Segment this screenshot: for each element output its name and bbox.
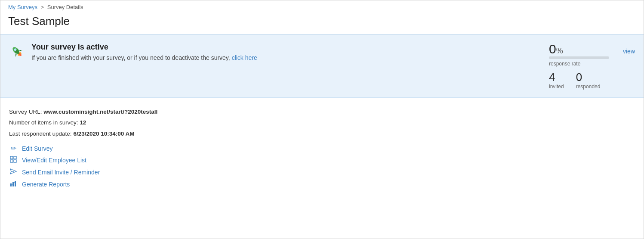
banner-deactivate-link[interactable]: click here xyxy=(232,54,257,61)
update-value: 6/23/2020 10:34:00 AM xyxy=(73,130,134,137)
update-line: Last respondent update: 6/23/2020 10:34:… xyxy=(9,129,635,139)
responded-count: 0 xyxy=(576,71,582,84)
breadcrumb-link-my-surveys[interactable]: My Surveys xyxy=(8,4,37,10)
svg-rect-8 xyxy=(10,156,13,159)
edit-survey-label: Edit Survey xyxy=(22,145,53,152)
svg-rect-11 xyxy=(14,160,16,162)
response-rate-label: response rate xyxy=(549,61,580,67)
survey-banner: Your survey is active If you are finishe… xyxy=(0,34,644,98)
banner-text-block: Your survey is active If you are finishe… xyxy=(31,43,257,61)
table-icon xyxy=(9,156,18,165)
view-edit-employee-label: View/Edit Employee List xyxy=(22,157,86,164)
chart-icon xyxy=(9,180,18,189)
send-email-label: Send Email Invite / Reminder xyxy=(22,169,100,176)
banner-subtitle-prefix: If you are finished with your survey, or… xyxy=(31,54,230,61)
edit-survey-link[interactable]: ✏ Edit Survey xyxy=(9,144,635,152)
svg-marker-7 xyxy=(19,48,22,52)
view-link[interactable]: view xyxy=(623,48,635,55)
page-wrapper: My Surveys > Survey Details Test Sample xyxy=(0,0,644,193)
details-section: Survey URL: www.custominsight.net/start/… xyxy=(0,98,644,193)
invited-label: invited xyxy=(549,84,564,90)
stats-top-row: 0% view xyxy=(549,43,635,56)
url-value: www.custominsight.net/start/?2020testall xyxy=(43,109,157,115)
page-title: Test Sample xyxy=(0,12,644,34)
view-edit-employee-link[interactable]: View/Edit Employee List xyxy=(9,156,635,165)
response-rate-pct: 0 xyxy=(549,42,556,56)
svg-rect-10 xyxy=(10,160,13,162)
svg-rect-9 xyxy=(14,156,16,159)
invited-responded-row: 4 invited 0 responded xyxy=(549,71,600,90)
generate-reports-label: Generate Reports xyxy=(22,181,70,188)
breadcrumb: My Surveys > Survey Details xyxy=(0,0,644,12)
breadcrumb-current: Survey Details xyxy=(47,4,83,10)
banner-stats: 0% view response rate 4 invited 0 respon… xyxy=(540,43,635,90)
svg-rect-16 xyxy=(15,181,16,186)
url-label: Survey URL: xyxy=(9,109,42,115)
response-rate-display: 0% xyxy=(549,43,563,56)
send-icon xyxy=(9,168,18,177)
items-line: Number of items in survey: 12 xyxy=(9,118,635,127)
items-value: 12 xyxy=(80,119,86,126)
items-label: Number of items in survey: xyxy=(9,119,78,126)
generate-reports-link[interactable]: Generate Reports xyxy=(9,180,635,189)
send-email-link[interactable]: Send Email Invite / Reminder xyxy=(9,168,635,177)
banner-subtitle: If you are finished with your survey, or… xyxy=(31,54,257,61)
rocket-icon xyxy=(9,43,25,61)
update-label: Last respondent update: xyxy=(9,130,72,137)
breadcrumb-separator: > xyxy=(41,4,44,10)
responded-label: responded xyxy=(576,84,601,90)
invited-count: 4 xyxy=(549,71,555,84)
action-links: ✏ Edit Survey View/Edit Employee List xyxy=(9,144,635,189)
svg-marker-6 xyxy=(14,53,17,57)
responded-stat: 0 responded xyxy=(576,71,601,90)
pct-symbol: % xyxy=(556,47,563,55)
invited-stat: 4 invited xyxy=(549,71,564,90)
banner-title: Your survey is active xyxy=(31,43,257,52)
pencil-icon: ✏ xyxy=(9,144,18,152)
survey-url-line: Survey URL: www.custominsight.net/start/… xyxy=(9,107,635,117)
banner-left: Your survey is active If you are finishe… xyxy=(9,43,540,61)
progress-bar-container xyxy=(549,56,609,59)
